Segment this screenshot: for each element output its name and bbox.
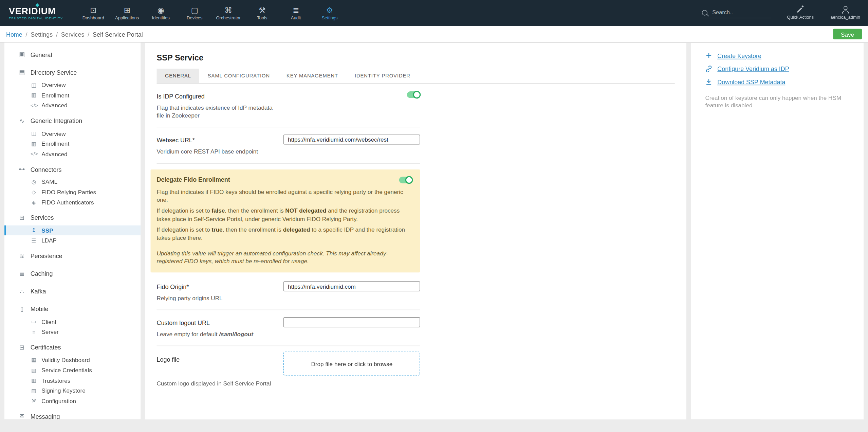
directory-service-icon: ▤ bbox=[18, 69, 25, 76]
sidebar-item-directory-enrollment[interactable]: ▥ Enrollment bbox=[4, 90, 141, 100]
sidebar-item-caching[interactable]: ≣ Caching bbox=[4, 266, 141, 281]
actions-panel: Create Keystore Configure Veridium as ID… bbox=[691, 43, 864, 419]
tab-key-management[interactable]: KEY MANAGEMENT bbox=[278, 69, 346, 83]
page-title: SSP Service bbox=[156, 53, 675, 62]
is-idp-configured-toggle[interactable] bbox=[407, 91, 420, 98]
tab-identity-provider[interactable]: IDENTITY PROVIDER bbox=[346, 69, 419, 83]
sidebar-item-truststores[interactable]: ▥ Truststores bbox=[4, 375, 141, 385]
nav-dashboard[interactable]: ⊡ Dashboard bbox=[76, 0, 110, 26]
delegate-fido-toggle[interactable] bbox=[399, 176, 412, 183]
veridium-logo[interactable]: VERIDIUM TRUSTED DIGITAL IDENTITY bbox=[9, 0, 69, 26]
field-websec-url: Websec URL* Veridium core REST API base … bbox=[156, 128, 420, 164]
sidebar-item-directory-overview[interactable]: ◫ Overview bbox=[4, 80, 141, 90]
sidebar-item-ldap[interactable]: ☰ LDAP bbox=[4, 235, 141, 246]
server-icon: ≡ bbox=[31, 329, 37, 335]
search-input[interactable] bbox=[711, 9, 769, 16]
nav-audit[interactable]: ≣ Audit bbox=[279, 0, 313, 26]
user-menu[interactable]: aencica_admin bbox=[830, 6, 860, 20]
sidebar-item-directory-advanced[interactable]: </> Advanced bbox=[4, 100, 141, 110]
nav-identities[interactable]: ◉ Identities bbox=[144, 0, 178, 26]
quick-actions-label: Quick Actions bbox=[787, 15, 814, 20]
sidebar-item-label: Client bbox=[41, 318, 56, 325]
delegate-fido-label: Delegate Fido Enrollment bbox=[156, 176, 399, 183]
sidebar-item-persistence[interactable]: ≋ Persistence bbox=[4, 248, 141, 263]
sidebar-item-label: Configuration bbox=[41, 397, 76, 404]
connectors-icon: ⊶ bbox=[18, 166, 25, 173]
sidebar-item-ssp[interactable]: ↥ SSP bbox=[4, 225, 141, 235]
custom-logout-input[interactable] bbox=[283, 318, 420, 327]
sidebar-item-validity-dashboard[interactable]: ▦ Validity Dashboard bbox=[4, 355, 141, 365]
sidebar-item-generic-enrollment[interactable]: ▥ Enrollment bbox=[4, 139, 141, 149]
sidebar-item-mobile[interactable]: ▯ Mobile bbox=[4, 302, 141, 317]
download-ssp-metadata-link[interactable]: Download SSP Metadata bbox=[705, 78, 852, 85]
configure-veridium-idp-label: Configure Veridium as IDP bbox=[717, 65, 789, 72]
is-idp-configured-label: Is IDP Configured bbox=[156, 93, 204, 100]
create-keystore-link[interactable]: Create Keystore bbox=[705, 52, 852, 59]
sidebar-item-label: SAML bbox=[41, 178, 57, 185]
nav-identities-label: Identities bbox=[152, 16, 170, 21]
download-ssp-metadata-label: Download SSP Metadata bbox=[717, 78, 785, 85]
save-button[interactable]: Save bbox=[833, 29, 862, 39]
sidebar-item-label: General bbox=[31, 51, 52, 58]
sidebar-item-configuration[interactable]: ⚒ Configuration bbox=[4, 396, 141, 406]
breadcrumb-home[interactable]: Home bbox=[6, 31, 22, 38]
sidebar-item-certificates[interactable]: ⊟ Certificates bbox=[4, 340, 141, 355]
username: aencica_admin bbox=[830, 15, 860, 20]
sidebar-item-service-credentials[interactable]: ▧ Service Credentials bbox=[4, 365, 141, 375]
tab-saml-configuration[interactable]: SAML CONFIGURATION bbox=[199, 69, 278, 83]
quick-actions-button[interactable]: Quick Actions bbox=[787, 6, 814, 20]
sidebar-item-label: Connectors bbox=[31, 166, 62, 173]
sidebar-item-fido-relying-parties[interactable]: ◇ FIDO Relying Parties bbox=[4, 187, 141, 197]
nav-devices[interactable]: ▢ Devices bbox=[178, 0, 211, 26]
overview-icon: ◫ bbox=[31, 130, 37, 137]
enrollment-icon: ▥ bbox=[31, 141, 37, 147]
nav-applications-label: Applications bbox=[115, 16, 139, 21]
sidebar-item-directory-service[interactable]: ▤ Directory Service bbox=[4, 65, 141, 80]
sidebar-item-messaging[interactable]: ✉ Messaging bbox=[4, 409, 141, 419]
websec-url-input[interactable] bbox=[283, 135, 420, 145]
kafka-icon: ∴ bbox=[18, 288, 25, 295]
sidebar-item-mobile-server[interactable]: ≡ Server bbox=[4, 327, 141, 337]
toggle-knob bbox=[413, 91, 421, 98]
sidebar-item-label: Signing Keystore bbox=[41, 387, 85, 394]
truststore-icon: ▥ bbox=[31, 377, 37, 383]
sidebar-item-generic-advanced[interactable]: </> Advanced bbox=[4, 149, 141, 159]
sidebar-item-label: Service Credentials bbox=[41, 367, 92, 374]
nav-orchestrator[interactable]: ⌘ Orchestrator bbox=[211, 0, 245, 26]
ssp-general-form: Is IDP Configured Flag that indicates ex… bbox=[156, 84, 420, 387]
create-keystore-label: Create Keystore bbox=[717, 52, 761, 59]
breadcrumb-settings[interactable]: Settings bbox=[31, 31, 53, 38]
fido-origin-input[interactable] bbox=[283, 281, 420, 291]
sidebar-item-general[interactable]: ▣ General bbox=[4, 47, 141, 62]
tab-general[interactable]: GENERAL bbox=[156, 69, 199, 83]
breadcrumb-bar: Home / Settings / Services / Self Servic… bbox=[0, 26, 868, 43]
nav-applications[interactable]: ⊞ Applications bbox=[110, 0, 144, 26]
field-is-idp-configured: Is IDP Configured Flag that indicates ex… bbox=[156, 84, 420, 127]
websec-url-label: Websec URL* bbox=[156, 137, 195, 144]
sidebar-item-saml[interactable]: ◎ SAML bbox=[4, 177, 141, 187]
logo-dropzone[interactable]: Drop file here or click to browse bbox=[283, 352, 420, 376]
sidebar-item-signing-keystore[interactable]: ▨ Signing Keystore bbox=[4, 385, 141, 396]
sidebar-item-services[interactable]: ⊞ Services bbox=[4, 210, 141, 225]
nav-settings[interactable]: ⚙ Settings bbox=[313, 0, 346, 26]
overview-icon: ◫ bbox=[31, 82, 37, 88]
top-navigation-bar: VERIDIUM TRUSTED DIGITAL IDENTITY ⊡ Dash… bbox=[0, 0, 868, 26]
nav-tools[interactable]: ⚒ Tools bbox=[245, 0, 279, 26]
sidebar-item-generic-overview[interactable]: ◫ Overview bbox=[4, 128, 141, 138]
delegate-warning-note: Updating this value will trigger an auto… bbox=[156, 249, 412, 265]
certificates-icon: ⊟ bbox=[18, 344, 25, 351]
breadcrumb-services[interactable]: Services bbox=[61, 31, 85, 38]
applications-icon: ⊞ bbox=[124, 5, 130, 14]
configure-veridium-idp-link[interactable]: Configure Veridium as IDP bbox=[705, 65, 852, 72]
delegate-desc-2: If delegation is set to false, then the … bbox=[156, 206, 412, 223]
sidebar-item-label: LDAP bbox=[41, 237, 57, 244]
sidebar-item-kafka[interactable]: ∴ Kafka bbox=[4, 284, 141, 299]
keystore-icon: ▨ bbox=[31, 388, 37, 394]
sidebar-item-fido-authenticators[interactable]: ◈ FIDO Authenticators bbox=[4, 197, 141, 208]
sidebar-item-label: Generic Integration bbox=[31, 118, 82, 124]
sidebar-item-connectors[interactable]: ⊶ Connectors bbox=[4, 162, 141, 177]
sidebar-item-mobile-client[interactable]: ▭ Client bbox=[4, 317, 141, 327]
mobile-icon: ▯ bbox=[18, 305, 25, 312]
orchestrator-icon: ⌘ bbox=[224, 5, 232, 14]
sidebar-item-generic-integration[interactable]: ∿ Generic Integration bbox=[4, 113, 141, 128]
